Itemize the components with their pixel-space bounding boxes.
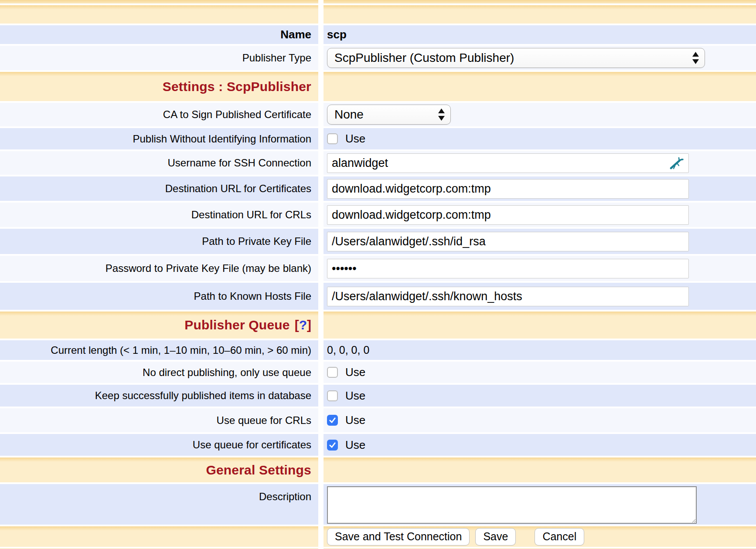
anonymize-label: Publish Without Identifying Information bbox=[0, 128, 318, 149]
queue-certs-checkbox[interactable] bbox=[327, 440, 338, 451]
anonymize-checkbox-label: Use bbox=[345, 132, 365, 146]
ssh-username-input[interactable] bbox=[327, 153, 689, 173]
queue-certs-label: Use queue for certificates bbox=[0, 434, 318, 456]
queue-certs-row: Use queue for certificates Use bbox=[0, 434, 756, 456]
top-cream-row bbox=[0, 5, 756, 24]
publisher-queue-help-link[interactable]: ? bbox=[299, 318, 307, 332]
actions-row: Save and Test Connection Save Cancel bbox=[0, 526, 756, 547]
keep-published-row: Keep successfully published items in dat… bbox=[0, 385, 756, 407]
check-icon bbox=[329, 441, 336, 449]
publisher-type-select[interactable]: ScpPublisher (Custom Publisher) bbox=[327, 48, 705, 68]
queue-length-label: Current length (< 1 min, 1–10 min, 10–60… bbox=[0, 340, 318, 360]
ca-select[interactable]: None bbox=[327, 105, 451, 125]
keep-published-label: Keep successfully published items in dat… bbox=[0, 385, 318, 407]
select-arrows-icon bbox=[438, 108, 445, 121]
cert-url-label: Destination URL for Certificates bbox=[0, 176, 318, 201]
description-row: Description bbox=[0, 484, 756, 525]
anonymize-row: Publish Without Identifying Information … bbox=[0, 128, 756, 149]
ca-row: CA to Sign Published Certificate None bbox=[0, 103, 756, 126]
name-row: Name scp bbox=[0, 25, 756, 44]
anonymize-checkbox[interactable] bbox=[327, 133, 338, 144]
no-direct-checkbox[interactable] bbox=[327, 367, 338, 378]
select-arrows-icon bbox=[692, 51, 699, 64]
ca-label: CA to Sign Published Certificate bbox=[0, 103, 318, 126]
name-label: Name bbox=[0, 25, 318, 44]
private-key-password-input[interactable] bbox=[327, 259, 689, 278]
keep-published-checkbox[interactable] bbox=[327, 390, 338, 401]
private-key-password-label: Password to Private Key File (may be bla… bbox=[0, 256, 318, 281]
publisher-edit-form: Name scp Publisher Type ScpPublisher (Cu… bbox=[0, 0, 756, 549]
publisher-type-label: Publisher Type bbox=[0, 46, 318, 70]
publisher-type-row: Publisher Type ScpPublisher (Custom Publ… bbox=[0, 46, 756, 70]
dashlane-autofill-icon[interactable] bbox=[670, 156, 684, 169]
keep-published-checkbox-label: Use bbox=[345, 389, 365, 403]
private-key-input[interactable] bbox=[327, 232, 689, 251]
queue-crls-checkbox[interactable] bbox=[327, 415, 338, 426]
publisher-type-selected-value: ScpPublisher (Custom Publisher) bbox=[334, 51, 514, 65]
queue-crls-row: Use queue for CRLs Use bbox=[0, 408, 756, 432]
description-label: Description bbox=[0, 484, 318, 525]
description-textarea[interactable] bbox=[327, 486, 697, 524]
ca-selected-value: None bbox=[334, 108, 364, 122]
known-hosts-label: Path to Known Hosts File bbox=[0, 283, 318, 310]
ssh-username-row: Username for SSH Connection bbox=[0, 151, 756, 175]
crl-url-row: Destination URL for CRLs bbox=[0, 203, 756, 227]
queue-length-row: Current length (< 1 min, 1–10 min, 10–60… bbox=[0, 340, 756, 360]
save-and-test-button[interactable]: Save and Test Connection bbox=[327, 528, 470, 546]
cancel-button[interactable]: Cancel bbox=[535, 528, 584, 546]
queue-crls-checkbox-label: Use bbox=[345, 413, 365, 427]
check-icon bbox=[329, 417, 336, 424]
settings-section-title: Settings : ScpPublisher bbox=[0, 72, 318, 101]
settings-section-header: Settings : ScpPublisher bbox=[0, 72, 756, 101]
no-direct-row: No direct publishing, only use queue Use bbox=[0, 362, 756, 383]
cert-url-row: Destination URL for Certificates bbox=[0, 176, 756, 201]
known-hosts-row: Path to Known Hosts File bbox=[0, 283, 756, 310]
private-key-password-row: Password to Private Key File (may be bla… bbox=[0, 256, 756, 281]
private-key-label: Path to Private Key File bbox=[0, 229, 318, 254]
name-value: scp bbox=[327, 28, 347, 41]
queue-help: [?] bbox=[295, 318, 311, 332]
no-direct-label: No direct publishing, only use queue bbox=[0, 362, 318, 383]
save-button[interactable]: Save bbox=[475, 528, 516, 546]
queue-length-value: 0, 0, 0, 0 bbox=[327, 344, 369, 356]
queue-section-title: Publisher Queue bbox=[184, 318, 289, 332]
crl-url-label: Destination URL for CRLs bbox=[0, 203, 318, 227]
no-direct-checkbox-label: Use bbox=[345, 366, 365, 379]
cert-url-input[interactable] bbox=[327, 179, 689, 199]
general-section-header: General Settings bbox=[0, 458, 756, 482]
queue-section-header: Publisher Queue [?] bbox=[0, 312, 756, 339]
queue-crls-label: Use queue for CRLs bbox=[0, 408, 318, 432]
crl-url-input[interactable] bbox=[327, 205, 689, 225]
queue-certs-checkbox-label: Use bbox=[345, 438, 365, 452]
known-hosts-input[interactable] bbox=[327, 287, 689, 306]
general-section-title: General Settings bbox=[0, 458, 318, 482]
ssh-username-label: Username for SSH Connection bbox=[0, 151, 318, 175]
top-partial-band bbox=[0, 0, 756, 3]
private-key-row: Path to Private Key File bbox=[0, 229, 756, 254]
